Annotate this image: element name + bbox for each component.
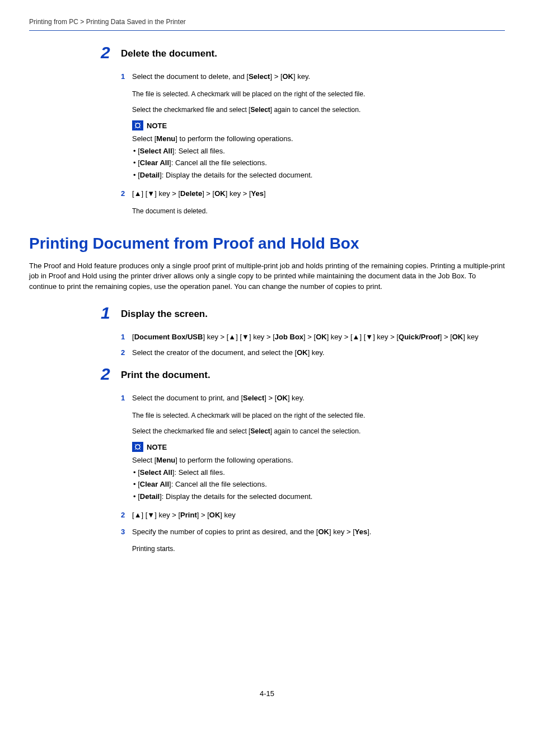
note-label: NOTE [147,442,167,453]
substep-number: 2 [121,510,132,521]
step-title: Delete the document. [121,46,217,61]
step-number: 2 [101,44,121,61]
note-bullet: • [Detail]: Display the details for the … [133,170,505,181]
step-display-screen: 1 Display the screen. [101,307,505,321]
substep: 1 Select the document to print, and [Sel… [121,393,505,404]
substep-text: [Document Box/USB] key > [▲] [▼] key > [… [132,332,505,343]
note-bullet: • [Select All]: Select all files. [133,467,505,478]
note-bullet: • [Select All]: Select all files. [133,146,505,157]
step-print-document: 2 Print the document. [101,368,505,382]
substep: 3 Specify the number of copies to print … [121,526,505,538]
note-icon [132,120,143,130]
substep-text: [▲] [▼] key > [Delete] > [OK] key > [Yes… [132,188,505,199]
substep-number: 2 [121,347,132,358]
section-intro: The Proof and Hold feature produces only… [29,261,505,293]
substep: 2 [▲] [▼] key > [Print] > [OK] key [121,510,505,521]
page-number: 4-15 [29,688,505,699]
substep-list: 2 [▲] [▼] key > [Delete] > [OK] key > [Y… [121,188,505,199]
note-box: NOTE Select [Menu] to perform the follow… [132,120,505,181]
substep: 2 [▲] [▼] key > [Delete] > [OK] key > [Y… [121,188,505,199]
body-text: Printing starts. [132,544,505,554]
substep-text: [▲] [▼] key > [Print] > [OK] key [132,510,505,521]
breadcrumb: Printing from PC > Printing Data Saved i… [29,17,505,31]
note-bullet: • [Detail]: Display the details for the … [133,491,505,502]
substep: 1 Select the document to delete, and [Se… [121,71,505,82]
substep-number: 1 [121,332,132,343]
step-delete-document: 2 Delete the document. [101,46,505,61]
body-text: The document is deleted. [132,206,505,216]
body-text: The file is selected. A checkmark will b… [132,410,505,421]
note-intro: Select [Menu] to perform the following o… [132,455,505,466]
substep: 2 Select the creator of the document, an… [121,347,505,358]
body-text: Select the checkmarked file and select [… [132,105,505,115]
body-text: The file is selected. A checkmark will b… [132,89,505,99]
step-title: Display the screen. [121,307,208,321]
substep-text: Select the document to print, and [Selec… [132,393,505,404]
note-intro: Select [Menu] to perform the following o… [132,133,505,144]
section-heading: Printing Document from Proof and Hold Bo… [29,232,505,255]
substep-list: 1 Select the document to print, and [Sel… [121,393,505,404]
substep-list: 1 Select the document to delete, and [Se… [121,71,505,82]
substep-number: 3 [121,526,132,538]
note-label: NOTE [147,120,167,132]
step-title: Print the document. [121,368,210,382]
substep-list: 1 [Document Box/USB] key > [▲] [▼] key >… [121,332,505,358]
substep-text: Specify the number of copies to print as… [132,526,505,538]
note-bullet: • [Clear All]: Cancel all the file selec… [133,479,505,490]
step-number: 1 [101,305,121,321]
body-text: Select the checkmarked file and select [… [132,426,505,436]
substep-list: 2 [▲] [▼] key > [Print] > [OK] key 3 Spe… [121,510,505,537]
step-number: 2 [101,366,121,382]
substep-text: Select the creator of the document, and … [132,347,505,358]
note-box: NOTE Select [Menu] to perform the follow… [132,442,505,502]
note-bullet: • [Clear All]: Cancel all the file selec… [133,157,505,169]
substep-text: Select the document to delete, and [Sele… [132,71,505,82]
substep: 1 [Document Box/USB] key > [▲] [▼] key >… [121,332,505,343]
substep-number: 2 [121,188,132,199]
substep-number: 1 [121,393,132,404]
note-icon [132,442,143,452]
substep-number: 1 [121,71,132,82]
